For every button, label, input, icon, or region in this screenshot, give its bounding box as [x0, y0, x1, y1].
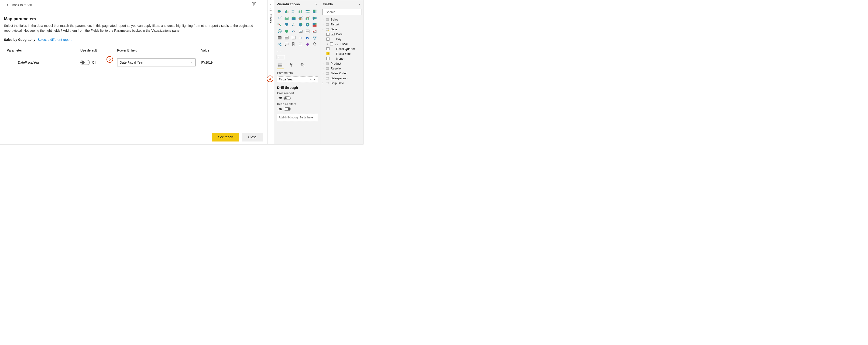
power-apps-icon[interactable] — [305, 41, 311, 47]
svg-line-113 — [337, 44, 338, 44]
svg-marker-35 — [313, 17, 314, 20]
gauge-icon[interactable] — [290, 28, 297, 34]
checkbox[interactable] — [327, 47, 330, 50]
svg-rect-102 — [326, 23, 329, 25]
search-input[interactable] — [325, 10, 365, 14]
svg-rect-100 — [326, 19, 329, 20]
table-icon[interactable] — [284, 35, 290, 40]
fields-tab-icon[interactable] — [278, 62, 283, 67]
back-to-report-link[interactable]: Back to report — [4, 2, 34, 8]
stacked-bar-icon[interactable] — [277, 9, 283, 15]
filters-rail[interactable]: Filters — [267, 0, 274, 144]
map-icon[interactable] — [277, 28, 283, 34]
chevron-right-icon[interactable] — [358, 3, 361, 6]
chevron-left-icon[interactable] — [269, 3, 272, 6]
checkbox[interactable] — [327, 57, 330, 60]
stacked-column-icon[interactable] — [284, 9, 290, 15]
select-different-report-link[interactable]: Select a different report — [38, 38, 71, 41]
cross-report-toggle[interactable]: Off — [274, 95, 320, 101]
viz-more[interactable]: ··· — [274, 48, 320, 54]
stacked-area-icon[interactable] — [290, 16, 297, 21]
scatter-icon[interactable] — [290, 22, 297, 28]
field-day[interactable]: Day — [321, 37, 362, 41]
chevron-down-icon[interactable] — [310, 78, 312, 81]
qa-visual-icon[interactable] — [284, 41, 290, 47]
svg-line-82 — [279, 44, 281, 46]
drill-fields-well[interactable]: Add drill-through fields here — [277, 114, 318, 121]
see-report-button[interactable]: See report — [212, 133, 239, 142]
checkbox[interactable] — [327, 33, 330, 36]
col-value: Value — [198, 46, 251, 55]
table-icon — [326, 72, 329, 75]
hundred-stacked-bar-icon[interactable] — [305, 9, 311, 15]
slicer-icon[interactable] — [277, 35, 283, 40]
field-fiscal-year[interactable]: Fiscal Year — [321, 51, 362, 56]
get-more-visuals-icon[interactable] — [312, 41, 318, 47]
kpi-icon[interactable] — [312, 28, 318, 34]
table-date[interactable]: Date — [321, 27, 362, 32]
table-sales[interactable]: Sales — [321, 17, 362, 22]
pie-chart-icon[interactable] — [298, 22, 304, 28]
table-icon — [326, 28, 329, 31]
powerbi-field-dropdown[interactable]: Date.Fiscal Year — [117, 58, 196, 66]
line-chart-icon[interactable] — [277, 16, 283, 21]
line-column-icon[interactable] — [298, 16, 304, 21]
funnel-icon[interactable] — [284, 22, 290, 28]
svg-point-53 — [278, 30, 281, 33]
checkbox[interactable] — [330, 42, 333, 46]
checkbox-checked[interactable] — [327, 52, 330, 55]
keep-filters-toggle[interactable]: On — [274, 106, 320, 112]
field-fiscal[interactable]: Fiscal — [321, 41, 362, 47]
hundred-stacked-column-icon[interactable] — [312, 9, 318, 15]
card-icon[interactable]: 123 — [298, 28, 304, 34]
chevron-right-icon — [327, 43, 329, 45]
svg-rect-122 — [326, 82, 329, 84]
chevron-right-icon[interactable] — [315, 3, 318, 6]
svg-marker-89 — [313, 42, 316, 46]
svg-text:A: A — [332, 33, 333, 35]
decomposition-icon[interactable] — [277, 41, 283, 47]
field-date[interactable]: A Date — [321, 32, 362, 37]
format-tab-icon[interactable] — [289, 62, 294, 67]
svg-point-44 — [294, 25, 295, 25]
field-month[interactable]: Month — [321, 56, 362, 61]
svg-rect-20 — [313, 10, 314, 11]
waterfall-icon[interactable] — [277, 22, 283, 28]
python-visual-icon[interactable]: Py — [305, 35, 311, 40]
checkbox[interactable] — [327, 37, 330, 40]
donut-chart-icon[interactable] — [305, 22, 311, 28]
table-ship-date[interactable]: Ship Date — [321, 81, 362, 86]
paginated-report-icon[interactable] — [290, 41, 297, 47]
table-reseller[interactable]: Reseller — [321, 66, 362, 71]
svg-rect-24 — [315, 10, 316, 11]
svg-point-45 — [293, 25, 293, 26]
svg-rect-39 — [279, 24, 280, 25]
ribbon-chart-icon[interactable] — [312, 16, 318, 21]
visualizations-pane: Visualizations — [274, 0, 320, 144]
area-chart-icon[interactable] — [284, 16, 290, 21]
field-fiscal-quarter[interactable]: Fiscal Quarter — [321, 47, 362, 51]
table-sales-order[interactable]: Sales Order — [321, 71, 362, 76]
analytics-tab-icon[interactable] — [300, 62, 305, 67]
parameters-field-well[interactable]: Fiscal Year — [277, 77, 318, 82]
clustered-column-icon[interactable] — [298, 9, 304, 15]
filter-icon[interactable] — [252, 2, 256, 6]
table-target[interactable]: Target — [321, 22, 362, 27]
table-salesperson[interactable]: Salesperson — [321, 76, 362, 81]
more-icon[interactable]: ··· — [259, 2, 264, 6]
arcgis-icon[interactable] — [298, 41, 304, 47]
svg-text:123: 123 — [299, 31, 302, 32]
remove-icon[interactable] — [313, 78, 316, 81]
multi-card-icon[interactable] — [305, 28, 311, 34]
key-influencers-icon[interactable] — [312, 35, 318, 40]
close-button[interactable]: Close — [242, 133, 262, 142]
table-product[interactable]: Product — [321, 61, 362, 66]
line-clustered-icon[interactable] — [305, 16, 311, 21]
matrix-icon[interactable] — [290, 35, 297, 40]
chevron-right-icon — [322, 77, 324, 80]
r-visual-icon[interactable]: R — [298, 35, 304, 40]
clustered-bar-icon[interactable] — [290, 9, 297, 15]
filled-map-icon[interactable] — [284, 28, 290, 34]
fields-search[interactable] — [322, 9, 362, 15]
treemap-icon[interactable] — [312, 22, 318, 28]
